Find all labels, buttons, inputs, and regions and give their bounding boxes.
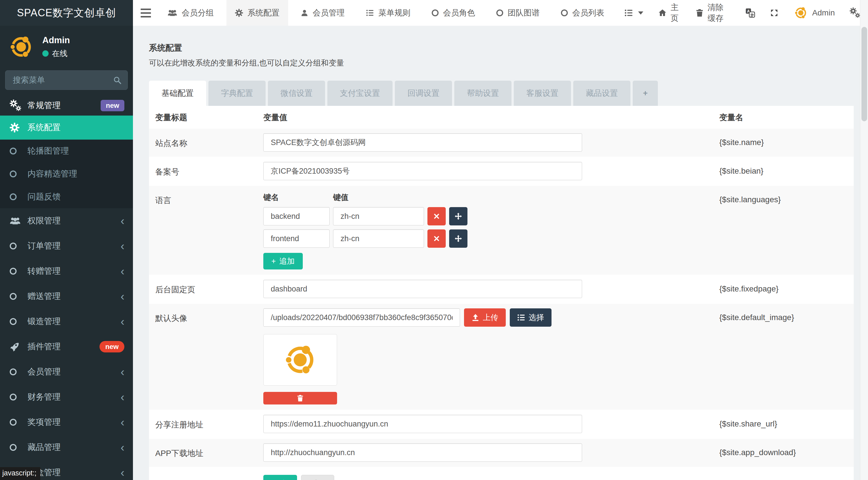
- home-icon: [658, 9, 667, 17]
- sidebar-item-zhuanzeng[interactable]: 转赠管理 ‹: [0, 259, 133, 284]
- tab-tuanduitupu[interactable]: 团队图谱: [488, 0, 548, 26]
- translate-button[interactable]: [738, 0, 763, 26]
- sidebar-submenu: 系统配置 轮播图管理 内容精选管理 问题反馈: [0, 116, 133, 208]
- table-row: 默认头像 上传 选择: [149, 303, 854, 410]
- table-row: 分享注册地址 {$site.share_url}: [149, 410, 854, 438]
- tab-cangpinshezhi[interactable]: 藏品设置: [573, 81, 630, 106]
- page-title: 系统配置: [149, 42, 854, 54]
- tab-jichupeizhi[interactable]: 基础配置: [149, 81, 206, 106]
- lang-value-input[interactable]: [333, 230, 424, 248]
- new-badge: new: [99, 341, 124, 353]
- sidebar-item-changgui[interactable]: 常规管理 new: [0, 95, 133, 116]
- list-icon: [366, 9, 374, 17]
- default-image-input[interactable]: [263, 308, 460, 327]
- circle-icon: [10, 394, 27, 400]
- sidebar-item-caiwu[interactable]: 财务管理 ‹: [0, 385, 133, 410]
- chevron-left-icon: ‹: [121, 291, 124, 302]
- sidebar-item-wentifankui[interactable]: 问题反馈: [0, 185, 133, 208]
- tab-xitongpeizhi[interactable]: 系统配置: [226, 0, 288, 26]
- tab-huiyuanliebiao[interactable]: 会员列表: [552, 0, 613, 26]
- clear-cache-button[interactable]: 清除缓存: [688, 0, 738, 26]
- search-icon[interactable]: [113, 76, 122, 84]
- move-pair-button[interactable]: [449, 230, 467, 248]
- add-tab-button[interactable]: +: [633, 81, 658, 106]
- tab-zhifubaoshezhi[interactable]: 支付宝设置: [328, 81, 393, 106]
- gears-icon: [850, 7, 861, 18]
- fixedpage-input[interactable]: [263, 280, 582, 298]
- delete-image-button[interactable]: [263, 392, 337, 404]
- fullscreen-button[interactable]: [763, 0, 786, 26]
- circle-icon: [10, 318, 27, 325]
- expand-icon: [770, 8, 778, 17]
- reset-button[interactable]: 重置: [301, 475, 334, 480]
- share-url-input[interactable]: [263, 415, 582, 433]
- tab-zidianpeizhi[interactable]: 字典配置: [209, 81, 266, 106]
- brand[interactable]: SPACE数字文创卓创: [0, 0, 133, 26]
- sidebar-item-quanxian[interactable]: 权限管理 ‹: [0, 208, 133, 233]
- sidebar-item-jiangxiang[interactable]: 奖项管理 ‹: [0, 410, 133, 435]
- chevron-left-icon: ‹: [121, 240, 124, 252]
- hamburger-menu-icon[interactable]: [133, 0, 159, 26]
- move-pair-button[interactable]: [449, 207, 467, 226]
- user-name: Admin: [42, 35, 70, 46]
- sidebar-item-dingdan[interactable]: 订单管理 ‹: [0, 233, 133, 259]
- user-panel: Admin 在线: [0, 26, 133, 66]
- chevron-left-icon: ‹: [121, 366, 124, 378]
- sidebar-item-cangpin[interactable]: 藏品管理 ‹: [0, 435, 133, 460]
- tab-huidiaoshezhi[interactable]: 回调设置: [395, 81, 452, 106]
- home-button[interactable]: 主页: [651, 0, 688, 26]
- circle-icon: [432, 9, 439, 16]
- tab-bangzhushezhi[interactable]: 帮助设置: [454, 81, 512, 106]
- sidebar-item-duanzao[interactable]: 锻造管理 ‹: [0, 309, 133, 334]
- site-name-input[interactable]: [263, 133, 582, 152]
- admin-menu[interactable]: Admin: [786, 0, 842, 26]
- tab-list-dropdown[interactable]: [617, 0, 651, 26]
- remove-pair-button[interactable]: [427, 207, 446, 226]
- lang-key-input[interactable]: [263, 207, 330, 226]
- gear-icon: [10, 123, 27, 132]
- tab-huiyuanguanli[interactable]: 会员管理: [292, 0, 353, 26]
- avatar: [794, 5, 808, 20]
- tab-kefushezhi[interactable]: 客服设置: [514, 81, 571, 106]
- table-row: 备案号 {$site.beian}: [149, 157, 854, 185]
- tab-huiyuanfenzu[interactable]: 会员分组: [159, 0, 222, 26]
- remove-pair-button[interactable]: [427, 230, 446, 248]
- config-tabs: 基础配置 字典配置 微信设置 支付宝设置 回调设置 帮助设置 客服设置 藏品设置…: [149, 81, 854, 106]
- lang-value-input[interactable]: [333, 207, 424, 226]
- choose-button[interactable]: 选择: [510, 308, 552, 327]
- table-row: 后台固定页 {$site.fixedpage}: [149, 275, 854, 303]
- tab-caidanguize[interactable]: 菜单规则: [358, 0, 419, 26]
- sidebar-item-lunbotu[interactable]: 轮播图管理: [0, 140, 133, 162]
- sidebar-item-xitongpeizhi[interactable]: 系统配置: [0, 116, 133, 140]
- tab-weixinshezhi[interactable]: 微信设置: [268, 81, 325, 106]
- rocket-icon: [10, 342, 27, 352]
- append-button[interactable]: + 追加: [263, 253, 303, 269]
- app-download-input[interactable]: [263, 443, 582, 462]
- var-name: {$site.name}: [719, 133, 854, 152]
- scrollbar-thumb[interactable]: [861, 27, 867, 121]
- circle-icon: [10, 293, 27, 300]
- config-panel: 变量标题 变量值 变量名 站点名称 {$site.name} 备案号 {$sit…: [149, 106, 854, 480]
- sidebar-item-zengsong[interactable]: 赠送管理 ‹: [0, 284, 133, 309]
- sidebar-item-neirongjingxuan[interactable]: 内容精选管理: [0, 162, 133, 185]
- users-icon: [10, 216, 27, 226]
- upload-button[interactable]: 上传: [464, 308, 506, 327]
- translate-icon: [745, 8, 755, 18]
- circle-icon: [561, 9, 568, 16]
- search-input[interactable]: [5, 70, 128, 90]
- page-scrollbar[interactable]: [860, 0, 868, 480]
- avatar-preview[interactable]: [263, 334, 337, 386]
- circle-icon: [10, 419, 27, 426]
- beian-input[interactable]: [263, 162, 582, 180]
- sidebar-menu: 常规管理 new 系统配置 轮播图管理 内容精选管理 问题反馈 权限管: [0, 95, 133, 480]
- tab-huiyuanjuese[interactable]: 会员角色: [423, 0, 484, 26]
- row-label: 默认头像: [149, 308, 263, 404]
- chevron-left-icon: ‹: [121, 467, 124, 478]
- chevron-left-icon: ‹: [121, 442, 124, 453]
- lang-key-input[interactable]: [263, 230, 330, 248]
- chevron-left-icon: ‹: [121, 215, 124, 227]
- sidebar-item-chajian[interactable]: 插件管理 new: [0, 334, 133, 359]
- page-subtitle: 可以在此增改系统的变量和分组,也可以自定义分组和变量: [149, 58, 854, 68]
- sidebar-item-huiyuan[interactable]: 会员管理 ‹: [0, 359, 133, 385]
- submit-button[interactable]: 确定: [263, 475, 297, 480]
